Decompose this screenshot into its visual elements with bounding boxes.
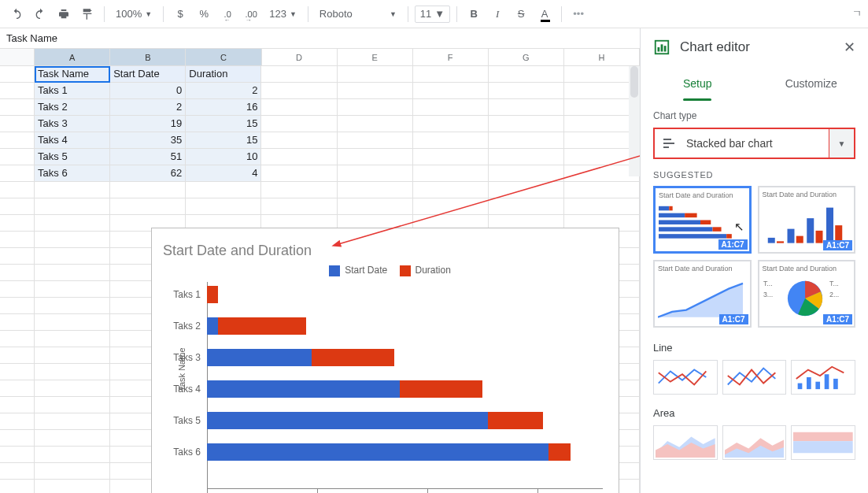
cell[interactable] [35, 380, 110, 397]
row-header[interactable] [0, 265, 35, 281]
cell[interactable] [564, 182, 640, 198]
cell[interactable] [35, 331, 110, 347]
formula-bar[interactable]: Task Name [0, 28, 640, 49]
cell[interactable] [261, 116, 337, 132]
close-panel-button[interactable]: ✕ [844, 39, 855, 56]
row-header[interactable] [0, 380, 35, 397]
cell[interactable]: Taks 6 [35, 165, 110, 182]
cell[interactable]: Taks 4 [35, 132, 110, 149]
cell[interactable] [110, 198, 186, 215]
cell[interactable] [564, 198, 640, 215]
cell[interactable] [35, 232, 110, 248]
text-color-button[interactable]: A [534, 4, 555, 24]
cell[interactable] [35, 397, 110, 413]
area-chart-1[interactable] [653, 425, 718, 460]
col-header-G[interactable]: G [489, 49, 564, 65]
cell[interactable]: 10 [186, 149, 261, 165]
cell[interactable] [489, 198, 564, 215]
select-all-cell[interactable] [0, 49, 35, 65]
cell[interactable]: 15 [186, 132, 261, 149]
cell[interactable] [338, 198, 413, 215]
cell[interactable] [261, 165, 337, 182]
cell[interactable] [35, 248, 110, 265]
cell[interactable]: Taks 3 [35, 116, 110, 132]
row-header[interactable] [0, 215, 35, 232]
chart-type-select[interactable]: Stacked bar chart ▼ [653, 128, 855, 159]
row-header[interactable] [0, 165, 35, 182]
cell[interactable] [413, 182, 489, 198]
cell[interactable] [35, 364, 110, 380]
row-header[interactable] [0, 66, 35, 83]
cell[interactable] [186, 182, 261, 198]
cell[interactable] [35, 447, 110, 463]
cell[interactable]: 62 [110, 165, 186, 182]
row-header[interactable] [0, 364, 35, 380]
cell[interactable] [186, 198, 261, 215]
row-header[interactable] [0, 314, 35, 331]
undo-button[interactable] [6, 4, 27, 24]
more-button[interactable]: ••• [568, 4, 589, 24]
cell[interactable] [413, 83, 489, 99]
cell[interactable] [338, 182, 413, 198]
cell[interactable] [261, 66, 337, 83]
row-header[interactable] [0, 480, 35, 493]
cell[interactable] [35, 182, 110, 198]
row-header[interactable] [0, 116, 35, 132]
row-header[interactable] [0, 447, 35, 463]
cell[interactable] [489, 116, 564, 132]
col-header-E[interactable]: E [338, 49, 413, 65]
col-header-H[interactable]: H [564, 49, 640, 65]
cell[interactable]: 51 [110, 149, 186, 165]
strike-button[interactable]: S [511, 4, 531, 24]
dec-more-button[interactable]: .00→ [241, 4, 261, 24]
row-header[interactable] [0, 99, 35, 116]
cell[interactable]: Taks 1 [35, 83, 110, 99]
row-header[interactable] [0, 248, 35, 265]
cell[interactable]: 2 [110, 99, 186, 116]
percent-button[interactable]: % [194, 4, 214, 24]
paint-format-button[interactable] [77, 4, 98, 24]
row-header[interactable] [0, 198, 35, 215]
cell[interactable] [338, 99, 413, 116]
cell[interactable] [489, 132, 564, 149]
cell[interactable] [489, 99, 564, 116]
italic-button[interactable]: I [487, 4, 508, 24]
dec-less-button[interactable]: .0← [217, 4, 238, 24]
cell[interactable] [35, 347, 110, 364]
cell[interactable]: Start Date [110, 66, 186, 83]
cell[interactable] [261, 99, 337, 116]
cell[interactable] [489, 149, 564, 165]
chart-object[interactable]: Start Date and Duration Start Date Durat… [151, 228, 619, 493]
suggested-chart-4[interactable]: Start Date and Duration T...3...T...2...… [758, 260, 856, 328]
cell[interactable] [261, 198, 337, 215]
cell[interactable] [35, 430, 110, 447]
cell[interactable] [35, 413, 110, 430]
row-header[interactable] [0, 331, 35, 347]
print-button[interactable] [54, 4, 74, 24]
vertical-scrollbar[interactable] [629, 66, 640, 176]
row-header[interactable] [0, 232, 35, 248]
bold-button[interactable]: B [464, 4, 484, 24]
line-chart-1[interactable] [653, 360, 718, 395]
number-format-select[interactable]: 123▼ [264, 4, 301, 24]
cell[interactable] [35, 281, 110, 298]
cell[interactable] [35, 215, 110, 232]
line-chart-3[interactable] [791, 360, 855, 395]
cell[interactable] [261, 132, 337, 149]
cell[interactable] [338, 83, 413, 99]
cell[interactable]: 35 [110, 132, 186, 149]
row-header[interactable] [0, 149, 35, 165]
cell[interactable] [35, 265, 110, 281]
row-header[interactable] [0, 463, 35, 480]
cell[interactable]: Task Name [35, 66, 110, 83]
font-size-select[interactable]: 11▼ [415, 6, 450, 23]
cell[interactable]: 19 [110, 116, 186, 132]
cell[interactable] [413, 99, 489, 116]
cell[interactable]: 0 [110, 83, 186, 99]
redo-button[interactable] [30, 4, 50, 24]
cell[interactable] [489, 165, 564, 182]
cell[interactable] [413, 165, 489, 182]
cell[interactable]: 2 [186, 83, 261, 99]
row-header[interactable] [0, 347, 35, 364]
col-header-D[interactable]: D [262, 49, 338, 65]
